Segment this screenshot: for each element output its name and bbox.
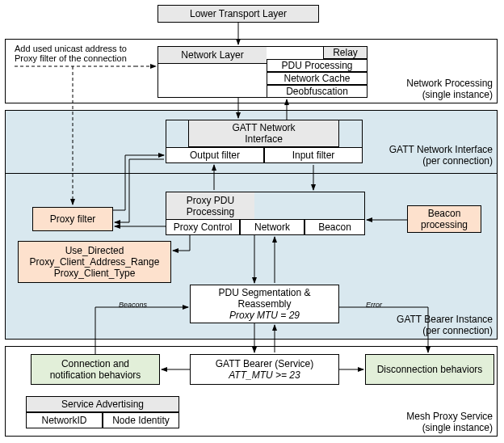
network-layer-label: Network Layer <box>181 49 243 61</box>
beacon-processing-label: Beacon processing <box>421 208 468 230</box>
output-filter-label: Output filter <box>190 150 240 161</box>
relay-box: Relay <box>323 46 368 59</box>
mesh-proxy-section-label: Mesh Proxy Service (single instance) <box>378 411 493 433</box>
pdu-processing-label: PDU Processing <box>281 60 352 71</box>
service-advertising-box: Service Advertising <box>26 396 179 412</box>
network-cache-label: Network Cache <box>284 73 350 84</box>
beacons-edge-label: Beacons <box>119 301 147 309</box>
gatt-interface-title: GATT Network Interface <box>232 122 295 145</box>
proxy-beacon-col-box: Beacon <box>304 219 365 235</box>
gatt-interface-section-label: GATT Network Interface (per connection) <box>378 144 493 167</box>
proxy-network-label: Network <box>254 222 290 233</box>
proxy-control-box: Proxy Control <box>166 219 240 235</box>
connection-behaviors-box: Connection and notification behaviors <box>31 354 160 385</box>
input-filter-label: Input filter <box>292 150 335 161</box>
lower-transport-box: Lower Transport Layer <box>158 5 319 23</box>
gatt-bearer-section-label: GATT Bearer Instance (per connection) <box>378 314 493 336</box>
proxy-pdu-title: Proxy PDU Processing <box>187 195 234 217</box>
error-edge-label: Error <box>366 301 382 309</box>
gatt-interface-title-box: GATT Network Interface <box>188 120 339 147</box>
network-cache-box: Network Cache <box>267 72 368 85</box>
network-section-label: Network Processing (single instance) <box>386 78 493 100</box>
proxy-filter-box: Proxy filter <box>32 207 113 231</box>
nodeid-label: Node Identity <box>112 415 170 426</box>
unicast-note: Add used unicast address to Proxy filter… <box>15 44 136 63</box>
proxy-mtu-label: Proxy MTU = 29 <box>229 310 300 321</box>
proxy-filter-label: Proxy filter <box>50 213 96 225</box>
gatt-bearer-label: GATT Bearer (Service) <box>216 358 314 369</box>
connection-behaviors-label: Connection and notification behaviors <box>50 358 141 381</box>
output-filter-box: Output filter <box>166 147 264 163</box>
network-layer-box: Network Layer <box>158 46 267 64</box>
directed-params-label: Use_Directed Proxy_Client_Address_Range … <box>30 245 160 279</box>
proxy-beacon-col-label: Beacon <box>318 222 351 233</box>
lower-transport-label: Lower Transport Layer <box>190 8 287 19</box>
proxy-pdu-title-box: Proxy PDU Processing <box>166 192 254 219</box>
networkid-label: NetworkID <box>41 415 86 426</box>
proxy-control-label: Proxy Control <box>174 222 233 233</box>
deobfuscation-label: Deobfuscation <box>286 86 348 97</box>
pdu-processing-box: PDU Processing <box>267 59 368 72</box>
service-advertising-label: Service Advertising <box>61 399 144 410</box>
pdu-seg-box: PDU Segmentation & Reassembly Proxy MTU … <box>190 285 339 323</box>
pdu-seg-label: PDU Segmentation & Reassembly <box>218 287 310 310</box>
nodeid-box: Node Identity <box>103 412 179 428</box>
directed-params-box: Use_Directed Proxy_Client_Address_Range … <box>18 241 171 283</box>
proxy-network-box: Network <box>240 219 304 235</box>
input-filter-box: Input filter <box>264 147 363 163</box>
disconnection-behaviors-box: Disconnection behaviors <box>365 354 494 385</box>
gatt-bearer-box: GATT Bearer (Service) ATT_MTU >= 23 <box>190 354 339 385</box>
relay-label: Relay <box>333 47 358 58</box>
gatt-divider <box>5 173 498 174</box>
disconnection-behaviors-label: Disconnection behaviors <box>377 364 483 375</box>
deobfuscation-box: Deobfuscation <box>267 85 368 98</box>
beacon-processing-box: Beacon processing <box>407 205 481 233</box>
att-mtu-label: ATT_MTU >= 23 <box>229 369 300 381</box>
networkid-box: NetworkID <box>26 412 103 428</box>
